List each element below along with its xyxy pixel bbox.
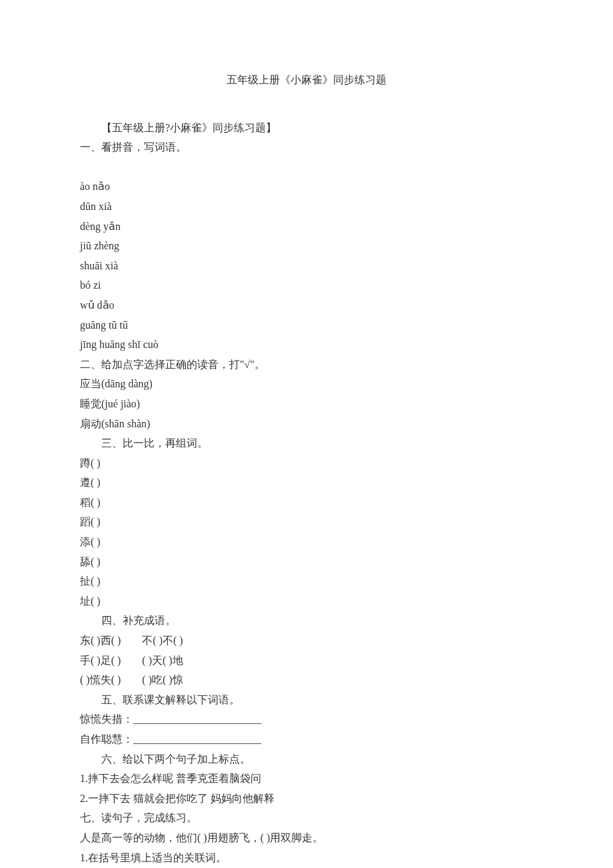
intro-line: 【五年级上册?小麻雀》同步练习题】	[80, 118, 533, 138]
blank-line	[80, 157, 533, 177]
choice-item: 应当(dāng dàng)	[80, 374, 533, 394]
word-item: 蹈( )	[80, 512, 533, 532]
pinyin-item: bó zi	[80, 275, 533, 295]
punct-line: 2.一摔下去 猫就会把你吃了 妈妈向他解释	[80, 789, 533, 809]
word-item: 稻( )	[80, 493, 533, 513]
pinyin-item: dūn xià	[80, 197, 533, 217]
word-item: 遵( )	[80, 473, 533, 493]
word-item: 舔( )	[80, 552, 533, 572]
explain-line: 惊慌失措：________________________	[80, 709, 533, 729]
section4-heading: 四、补充成语。	[80, 611, 533, 631]
pinyin-item: ào nǎo	[80, 177, 533, 197]
explain-line: 自作聪慧：________________________	[80, 729, 533, 749]
exercise-line: 1.在括号里填上适当的关联词。	[80, 848, 533, 868]
section1-heading: 一、看拼音，写词语。	[80, 137, 533, 157]
idiom-line: 手( )足( ) ( )天( )地	[80, 651, 533, 671]
section5-heading: 五、联系课文解释以下词语。	[80, 690, 533, 710]
idiom-line: ( )慌失( ) ( )吃( )惊	[80, 670, 533, 690]
choice-item: 扇动(shān shàn)	[80, 414, 533, 434]
section6-heading: 六、给以下两个句子加上标点。	[80, 749, 533, 769]
pinyin-item: guāng tū tū	[80, 315, 533, 335]
punct-line: 1.摔下去会怎么样呢 普季克歪着脑袋问	[80, 769, 533, 789]
word-item: 蹲( )	[80, 453, 533, 473]
pinyin-item: jiū zhèng	[80, 236, 533, 256]
section7-heading: 七、读句子，完成练习。	[80, 808, 533, 828]
idiom-line: 东( )西( ) 不( )不( )	[80, 631, 533, 651]
pinyin-item: dèng yǎn	[80, 217, 533, 237]
exercise-line: 人是高一等的动物，他们( )用翅膀飞，( )用双脚走。	[80, 828, 533, 848]
choice-item: 睡觉(jué jiào)	[80, 394, 533, 414]
word-item: 添( )	[80, 532, 533, 552]
pinyin-item: shuāi xià	[80, 256, 533, 276]
word-item: 址( )	[80, 591, 533, 611]
pinyin-item: wǔ dǎo	[80, 295, 533, 315]
pinyin-item: jīng huāng shī cuò	[80, 335, 533, 355]
section2-heading: 二、给加点字选择正确的读音，打"√"。	[80, 355, 533, 375]
document-page: 五年级上册《小麻雀》同步练习题 【五年级上册?小麻雀》同步练习题】 一、看拼音，…	[0, 0, 613, 868]
word-item: 扯( )	[80, 571, 533, 591]
page-title: 五年级上册《小麻雀》同步练习题	[80, 70, 533, 90]
section3-heading: 三、比一比，再组词。	[80, 433, 533, 453]
